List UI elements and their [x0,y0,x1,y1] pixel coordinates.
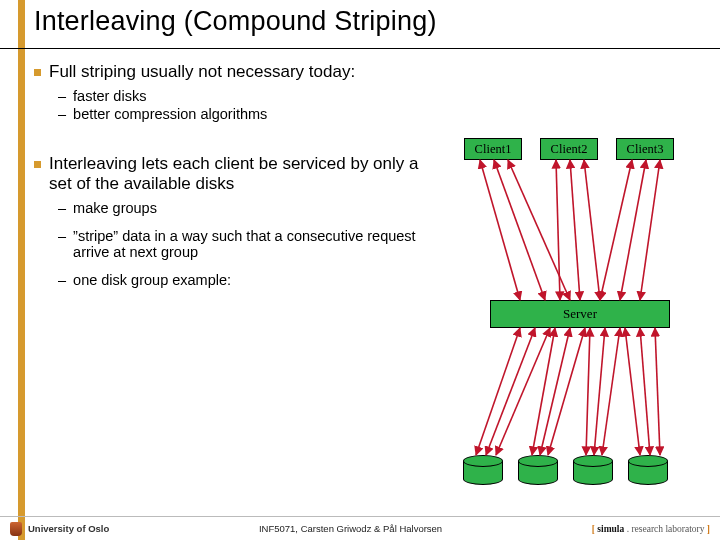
dash-icon: – [58,228,66,244]
footer-left: University of Oslo [10,522,109,536]
svg-line-10 [486,328,535,455]
bullet-square-icon [34,69,41,76]
accent-bar [18,0,25,540]
svg-line-12 [532,328,555,455]
svg-line-4 [570,160,580,300]
footer-course: INF5071, Carsten Griwodz & Pål Halvorsen [259,523,442,534]
dash-icon: – [58,106,66,122]
body-text: Full striping usually not necessary toda… [34,58,434,288]
svg-line-13 [540,328,570,455]
crest-icon [10,522,22,536]
svg-line-16 [594,328,605,455]
svg-line-6 [600,160,632,300]
dash-icon: – [58,272,66,288]
svg-line-7 [620,160,646,300]
svg-line-1 [494,160,545,300]
svg-line-2 [508,160,570,300]
disk-1-icon [463,455,503,485]
bullet-2-sub-1: –make groups [58,200,434,216]
slide-title: Interleaving (Compound Striping) [34,6,437,37]
footer-lab: [ simula . research laboratory ] [592,524,710,534]
svg-line-17 [602,328,620,455]
bullet-1-text: Full striping usually not necessary toda… [49,62,355,82]
disk-2-icon [518,455,558,485]
disk-3-icon [573,455,613,485]
client-2-box: Client2 [540,138,598,160]
client-1-box: Client1 [464,138,522,160]
client-3-box: Client3 [616,138,674,160]
svg-line-15 [586,328,590,455]
svg-line-20 [655,328,660,455]
footer: University of Oslo INF5071, Carsten Griw… [0,516,720,540]
dash-icon: – [58,88,66,104]
svg-line-18 [625,328,640,455]
svg-line-9 [476,328,520,455]
bullet-2: Interleaving lets each client be service… [34,154,434,194]
disk-4-icon [628,455,668,485]
svg-line-11 [496,328,550,455]
svg-line-19 [640,328,650,455]
bullet-1-sub-1: –faster disks [58,88,434,104]
bullet-2-sub-3: –one disk group example: [58,272,434,288]
title-rule [0,48,720,49]
bullet-1-sub-2: –better compression algorithms [58,106,434,122]
bullet-2-text: Interleaving lets each client be service… [49,154,434,194]
bullet-square-icon [34,161,41,168]
svg-line-14 [548,328,585,455]
bullet-2-sub-2: –”stripe” data in a way such that a cons… [58,228,434,260]
svg-line-3 [556,160,560,300]
dash-icon: – [58,200,66,216]
server-box: Server [490,300,670,328]
svg-line-0 [480,160,520,300]
svg-line-8 [640,160,660,300]
slide: Interleaving (Compound Striping) Full st… [0,0,720,540]
bullet-1: Full striping usually not necessary toda… [34,62,434,82]
footer-university: University of Oslo [28,523,109,534]
svg-line-5 [584,160,600,300]
